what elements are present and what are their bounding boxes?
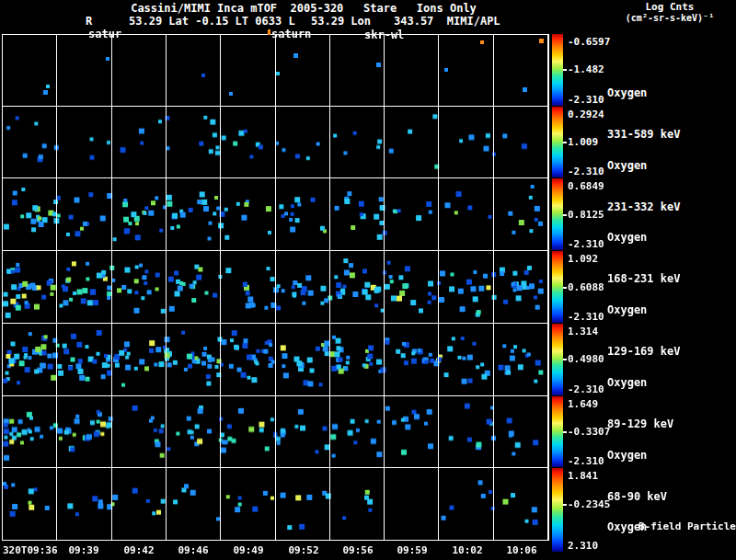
colorbar-mid-tick	[563, 287, 567, 289]
spectrogram-panel	[2, 107, 549, 179]
radius-label: R	[86, 15, 92, 28]
colorbar-tick-mid: -1.482	[568, 63, 604, 75]
panel-grid-lines	[3, 468, 548, 540]
colorbar-mid-tick	[563, 504, 567, 506]
colorbar-tick-mid: 0.6088	[568, 281, 604, 293]
spectrogram-panel	[2, 324, 549, 396]
colorbar-tick-bottom: -2.310	[568, 238, 604, 250]
colorbar	[552, 251, 563, 323]
colorbar	[552, 468, 563, 552]
colorbar-tick-top: 1.314	[568, 326, 598, 337]
spectrogram-panel	[2, 468, 549, 541]
species-label: Oxygen	[607, 303, 680, 317]
panel-grid-lines	[3, 35, 548, 106]
colorbar-tick-bottom: -2.310	[568, 311, 604, 323]
colorbar-mid-tick	[563, 431, 567, 433]
species-label: Oxygen	[607, 159, 680, 173]
species-label: Oxygen	[607, 231, 680, 245]
ephemeris-credit: 343.57 MIMI/APL	[394, 15, 500, 28]
species-label: Oxygen	[607, 449, 667, 463]
chart-title: Cassini/MIMI Inca mTOF 2005-320 Stare Io…	[0, 2, 607, 15]
colorbar-tick-top: 1.092	[568, 253, 598, 265]
colorbar-tick-top: 1.841	[568, 470, 598, 482]
colorbar-tick-mid: 1.009	[568, 136, 598, 148]
time-axis: 320T09:36 09:39 09:42 09:46 09:49 09:52 …	[0, 544, 736, 559]
panel-row-46-68: 1.841 -0.2345 2.310 Oxygen 46-68 keV B-f…	[0, 468, 736, 541]
colorbar-tick-top: 1.649	[568, 398, 598, 410]
panel-row-68-90: 1.649 -0.3307 -2.310 Oxygen 68-90 keV	[0, 396, 736, 469]
spectrogram-panel	[2, 178, 549, 251]
colorbar-mid-tick	[563, 69, 567, 71]
colorbar-tick-bottom: -2.310	[568, 383, 604, 395]
colorbar-mid-tick	[563, 359, 567, 360]
colorbar-legend-line1: Log Cnts	[604, 2, 736, 13]
event-marker-saturn-left: satur	[88, 28, 121, 40]
panel-row-129-169: 1.092 0.6088 -2.310 Oxygen 129-169 keV	[0, 251, 736, 324]
colorbar-tick-bottom: -2.310	[568, 94, 604, 106]
colorbar	[552, 34, 563, 106]
panel-row-231-332: 0.2924 1.009 -2.310 Oxygen 231-332 keV	[0, 107, 736, 179]
ephemeris-lat-lt: 53.29 Lat -0.15 LT 0633 L	[129, 15, 295, 28]
event-marker-skr: skr-wl	[364, 29, 404, 41]
panel-row-168-231: 0.6849 0.8125 -2.310 Oxygen 168-231 keV	[0, 178, 736, 251]
spectrogram-panel	[2, 396, 549, 469]
time-tick-label: 09:42	[123, 544, 154, 556]
event-marker-saturn: saturn	[271, 28, 311, 40]
colorbar-tick-top: 0.2924	[568, 109, 604, 120]
colorbar-mid-tick	[563, 214, 567, 216]
event-marker-tick	[268, 29, 270, 35]
panel-grid-lines	[3, 107, 548, 178]
panel-grid-lines	[3, 396, 548, 468]
colorbar-tick-mid: -0.3307	[568, 426, 610, 438]
ephemeris-lon: 53.29 Lon	[311, 15, 371, 28]
panel-grid-lines	[3, 324, 548, 395]
time-tick-label: 10:06	[506, 544, 536, 556]
panel-grid-lines	[3, 251, 548, 323]
colorbar-tick-bottom: -2.310	[568, 455, 604, 467]
cassini-mimi-inca-display: Cassini/MIMI Inca mTOF 2005-320 Stare Io…	[0, 0, 736, 560]
time-tick-label: 09:52	[288, 544, 318, 556]
colorbar	[552, 178, 563, 250]
colorbar	[552, 396, 563, 468]
time-tick-label: 09:56	[342, 544, 373, 556]
time-tick-label: 09:46	[178, 544, 208, 556]
time-tick-label: 10:02	[452, 544, 482, 556]
time-tick-label: 320T09:36	[3, 544, 58, 556]
colorbar-tick-mid: 0.4980	[568, 353, 604, 365]
colorbar-tick-top: 0.6849	[568, 180, 604, 192]
colorbar	[552, 107, 563, 178]
time-tick-label: 09:59	[397, 544, 427, 556]
species-label: Oxygen	[607, 86, 680, 100]
time-tick-label: 09:39	[68, 544, 98, 556]
colorbar-legend-line2: (cm²-sr-s-keV)⁻¹	[604, 13, 736, 24]
colorbar	[552, 324, 563, 395]
panel-row-331-589: -0.6597 -1.482 -2.310 Oxygen 331-589 keV	[0, 34, 736, 107]
colorbar-mid-tick	[563, 142, 567, 143]
colorbar-tick-mid: -0.2345	[568, 498, 610, 510]
time-tick-label: 09:49	[233, 544, 263, 556]
panel-stack: -0.6597 -1.482 -2.310 Oxygen 331-589 keV…	[0, 34, 736, 541]
colorbar-tick-mid: 0.8125	[568, 209, 604, 221]
colorbar-tick-bottom: -2.310	[568, 166, 604, 177]
panel-grid-lines	[3, 178, 548, 250]
species-label: Oxygen	[607, 376, 673, 390]
colorbar-legend: Log Cnts (cm²-sr-s-keV)⁻¹	[604, 2, 736, 24]
spectrogram-panel	[2, 251, 549, 324]
panel-row-89-129: 1.314 0.4980 -2.310 Oxygen 89-129 keV	[0, 324, 736, 396]
colorbar-tick-top: -0.6597	[568, 36, 610, 48]
bfield-flow-label: B-field Particle Flow	[638, 520, 736, 532]
spectrogram-panel	[2, 34, 549, 107]
